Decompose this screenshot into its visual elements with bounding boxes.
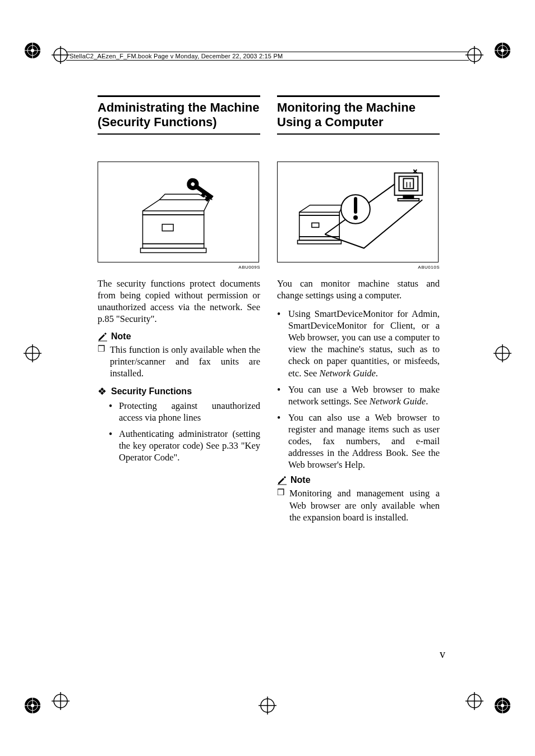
- list-item: This function is only available when the…: [98, 344, 260, 379]
- diamond-icon: ❖: [98, 386, 107, 397]
- svg-point-2: [31, 49, 34, 52]
- note-label: Note: [111, 331, 131, 342]
- page-number: v: [440, 648, 445, 661]
- figure-security: [98, 162, 259, 262]
- pencil-icon: [98, 331, 108, 342]
- note-heading: Note: [98, 331, 260, 342]
- svg-point-40: [353, 215, 358, 220]
- svg-point-16: [501, 704, 504, 707]
- rule-icon: [98, 133, 260, 135]
- crop-mark-icon: [50, 691, 71, 711]
- svg-rect-23: [162, 224, 173, 231]
- section-title: Administrating the Machine (Security Fun…: [98, 100, 260, 130]
- body-paragraph: The security functions protect documents…: [98, 278, 260, 325]
- bullet-list: Protecting against unauthorized access v…: [98, 400, 260, 464]
- text-run: .: [426, 396, 428, 407]
- rule-icon: [277, 95, 440, 97]
- pencil-icon: [277, 475, 287, 485]
- crop-mark-icon: [22, 695, 43, 716]
- note-list: Monitoring and management using a Web br…: [277, 487, 440, 523]
- figure-caption: ABU009S: [98, 265, 260, 270]
- svg-rect-37: [299, 212, 340, 215]
- crop-mark-icon: [22, 343, 43, 363]
- rule-icon: [98, 95, 260, 97]
- svg-rect-36: [298, 240, 342, 243]
- svg-rect-22: [142, 211, 204, 215]
- text-italic: Network Guide: [319, 368, 375, 379]
- running-header: StellaC2_AEzen_F_FM.book Page v Monday, …: [66, 52, 469, 61]
- running-header-text: StellaC2_AEzen_F_FM.book Page v Monday, …: [70, 53, 283, 59]
- page: StellaC2_AEzen_F_FM.book Page v Monday, …: [0, 0, 535, 756]
- svg-rect-38: [312, 223, 319, 227]
- section-title: Monitoring the Machine Using a Computer: [277, 100, 440, 130]
- svg-rect-33: [403, 178, 413, 188]
- right-column: Monitoring the Machine Using a Computer: [277, 95, 440, 528]
- svg-rect-20: [142, 243, 204, 248]
- figure-monitoring: [277, 162, 439, 262]
- bullet-list: Using SmartDeviceMonitor for Admin, Smar…: [277, 308, 440, 471]
- subsection-heading: ❖ Security Functions: [98, 386, 260, 397]
- content-columns: Administrating the Machine (Security Fun…: [98, 95, 440, 528]
- list-item: Authenticating administrator (setting th…: [109, 428, 260, 463]
- crop-mark-icon: [492, 343, 513, 363]
- svg-point-6: [501, 49, 504, 52]
- list-item: You can also use a Web browser to regist…: [277, 412, 440, 471]
- text-run: .: [376, 368, 378, 379]
- crop-mark-icon: [492, 695, 513, 716]
- svg-rect-32: [398, 199, 419, 201]
- text-run: You can also use a Web browser to regist…: [288, 412, 440, 470]
- list-item: Using SmartDeviceMonitor for Admin, Smar…: [277, 308, 440, 379]
- crop-mark-icon: [464, 691, 485, 711]
- list-item: You can use a Web browser to make networ…: [277, 384, 440, 407]
- text-italic: Network Guide: [370, 396, 426, 407]
- figure-caption: ABU010S: [277, 265, 440, 270]
- crop-mark-icon: [22, 40, 43, 61]
- body-paragraph: You can monitor machine status and chang…: [277, 278, 440, 301]
- note-heading: Note: [277, 475, 440, 485]
- crop-mark-icon: [257, 695, 278, 716]
- note-list: This function is only available when the…: [98, 344, 260, 379]
- svg-point-12: [31, 704, 34, 707]
- subsection-label: Security Functions: [111, 386, 192, 397]
- svg-rect-21: [140, 248, 206, 252]
- list-item: Protecting against unauthorized access v…: [109, 400, 260, 423]
- svg-rect-34: [299, 215, 340, 237]
- left-column: Administrating the Machine (Security Fun…: [98, 95, 260, 528]
- crop-mark-icon: [492, 40, 513, 61]
- rule-icon: [277, 133, 440, 135]
- note-label: Note: [290, 475, 311, 485]
- list-item: Monitoring and management using a Web br…: [277, 487, 440, 523]
